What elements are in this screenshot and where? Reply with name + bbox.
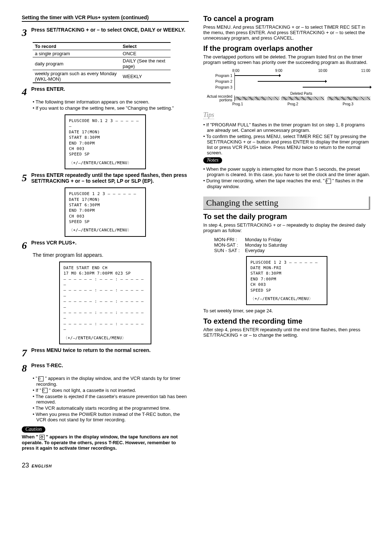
osd-screen-4: PLUSCODE 1 2 3 – – – – – – DATE MON-FRI … (246, 256, 327, 305)
osd-line: – – – – – – : – – – : – – – – – – (64, 287, 147, 299)
overlap-timeline-diagram: 8:00 9:00 10:00 11:00 Program 1 Program … (203, 69, 370, 106)
osd-line: DATE START END CH (64, 265, 147, 271)
osd-line: END 7:00PM (250, 276, 323, 282)
daily-options: MON-FRI :Monday to Friday MON-SAT :Monda… (214, 237, 370, 253)
timer-icon: ⏱ (38, 376, 44, 381)
key: SUN - SAT : (214, 248, 245, 253)
osd-line: END 7:00PM (69, 208, 142, 213)
osd-screen-1: PLUSCODE NO.1 2 3 – – – – – – DATE 17(MO… (65, 114, 146, 169)
osd-footer: 〈+/–/ENTER/CANCEL/MENU〉 (69, 227, 142, 233)
osd-line: START 8:30PM (250, 271, 323, 276)
osd-line: CH 003 (69, 214, 142, 219)
prog-label: Prog.1 (232, 102, 287, 106)
cell: ONCE (121, 50, 171, 57)
cell: weekly program such as every Monday (WKL… (33, 70, 121, 83)
osd-line: PLUSCODE NO.1 2 3 – – – – – – (69, 118, 142, 129)
osd-line: START 8:30PM (69, 135, 142, 140)
bullet: The cassette is ejected if the cassette'… (33, 394, 189, 405)
osd-line: – – – – – – : – – – : – – – – – – (64, 276, 147, 288)
record-select-table: To recordSelect a single programONCE dai… (33, 42, 171, 83)
step-text: Press VCR PLUS+. (31, 240, 187, 246)
label: Program 3 (203, 85, 234, 89)
step-text: Press T-REC. (31, 362, 187, 368)
cell: daily program (33, 57, 121, 70)
osd-line: SPEED SP (69, 151, 142, 157)
page-footer: 23 ENGLISH (22, 462, 370, 469)
label: Actual recorded portions (203, 95, 234, 102)
label: Program 1 (203, 74, 234, 78)
step-8: 8 Press T-REC. " ⏱ " appears in the disp… (22, 362, 189, 422)
para: The overlapped portions will be deleted.… (203, 54, 370, 65)
step-text: Press ENTER. (31, 86, 187, 92)
osd-line: PLUSCODE 1 2 3 – – – – – – (69, 191, 142, 197)
para: To set weekly timer, see page 24. (203, 308, 370, 313)
tick: 8:00 (232, 69, 275, 73)
caution-text: When " ⏱ " appears in the display window… (22, 434, 189, 451)
osd-footer: 〈+/–/ENTER/CANCEL/MENU〉 (250, 296, 323, 301)
step-number: 6 (22, 240, 30, 251)
cell: WEEKLY (121, 70, 171, 83)
osd-line: 17 MO 6:30PM 7:00PM 023 SP (64, 271, 147, 276)
step-text: Press MENU twice to return to the normal… (31, 347, 187, 353)
para: Press MENU. And press SET/TRACKING + or … (203, 24, 370, 41)
timer-icon: ⏱ (326, 179, 331, 184)
step-number: 4 (22, 86, 30, 98)
para: After step 4, press ENTER repeatedly unt… (203, 327, 370, 338)
osd-line: SPEED SP (250, 288, 323, 293)
notes-label: Notes (203, 157, 222, 163)
tip: If "PROGRAM FULL" flashes in the timer p… (203, 122, 370, 133)
step-body: The timer program list appears. (33, 252, 189, 258)
page-language: ENGLISH (32, 464, 52, 468)
section-continued-title: Setting the timer with VCR Plus+ system … (22, 15, 189, 22)
bullet: If " ⏱ " does not light, a cassette is n… (33, 388, 189, 393)
caution-label: Caution (22, 426, 45, 433)
key: MON-FRI : (214, 237, 245, 242)
tick: 9:00 (275, 69, 318, 73)
para: In step 4, press SET/TRACKING + or – rep… (203, 222, 370, 233)
step-6: 6 Press VCR PLUS+. The timer program lis… (22, 240, 189, 258)
heading-cancel: To cancel a program (203, 15, 370, 23)
osd-line: PLUSCODE 1 2 3 – – – – – – (250, 260, 323, 265)
osd-line: – – – – – – : – – – : – – – – – – (64, 310, 147, 321)
bullet: " ⏱ " appears in the display window, and… (33, 376, 189, 387)
osd-line: CH 003 (250, 282, 323, 287)
osd-line: – – – – – – : – – – : – – – – – – (64, 299, 147, 310)
step-5: 5 Press ENTER repeatedly until the tape … (22, 172, 189, 184)
osd-line: START 6:30PM (69, 202, 142, 208)
prog-label: Prog.2 (287, 102, 343, 106)
bullet: The VCR automatically starts recording a… (33, 405, 189, 411)
osd-line: DATE 17(MON) (69, 129, 142, 135)
osd-line: SPEED SP (69, 219, 142, 224)
osd-line: DATE 17(MON) (69, 197, 142, 202)
deleted-parts-label: Deleted Parts (232, 90, 370, 96)
tips-label: Tips (203, 111, 214, 119)
osd-footer: 〈+/–/ENTER/CANCEL/MENU〉 (69, 160, 142, 166)
osd-line: DATE MON-FRI (250, 265, 323, 271)
bullet: If you want to change the setting here, … (33, 105, 189, 111)
note: During timer recording, when the tape re… (203, 178, 370, 189)
page-number: 23 (22, 462, 29, 469)
bullet: When you press the POWER button instead … (33, 412, 189, 422)
val: Everyday (245, 248, 265, 253)
bullet: The following timer information appears … (33, 99, 189, 105)
step-4: 4 Press ENTER. The following timer infor… (22, 86, 189, 111)
step-7: 7 Press MENU twice to return to the norm… (22, 347, 189, 359)
th-select: Select (121, 42, 171, 50)
label: Program 2 (203, 80, 234, 84)
tick: 10:00 (318, 69, 361, 73)
heading-daily: To set the daily program (203, 212, 370, 221)
step-number: 5 (22, 172, 30, 184)
osd-line: END 7:00PM (69, 141, 142, 146)
step-text: Press ENTER repeatedly until the tape sp… (31, 172, 187, 184)
heading-changing: Changing the setting (203, 197, 370, 210)
cell: DAILY (See the next page) (121, 57, 171, 70)
tick: 11:00 (361, 69, 370, 73)
step-number: 3 (22, 27, 30, 39)
step-text: Press SET/TRACKING + or – to select ONCE… (31, 27, 187, 33)
val: Monday to Friday (245, 237, 281, 242)
heading-overlap: If the program overlaps another (203, 44, 370, 53)
step-number: 7 (22, 347, 30, 359)
osd-footer: 〈+/–/ENTER/CANCEL/MENU〉 (64, 335, 147, 341)
cell: a single program (33, 50, 121, 57)
prog-label: Prog.3 (343, 102, 370, 106)
